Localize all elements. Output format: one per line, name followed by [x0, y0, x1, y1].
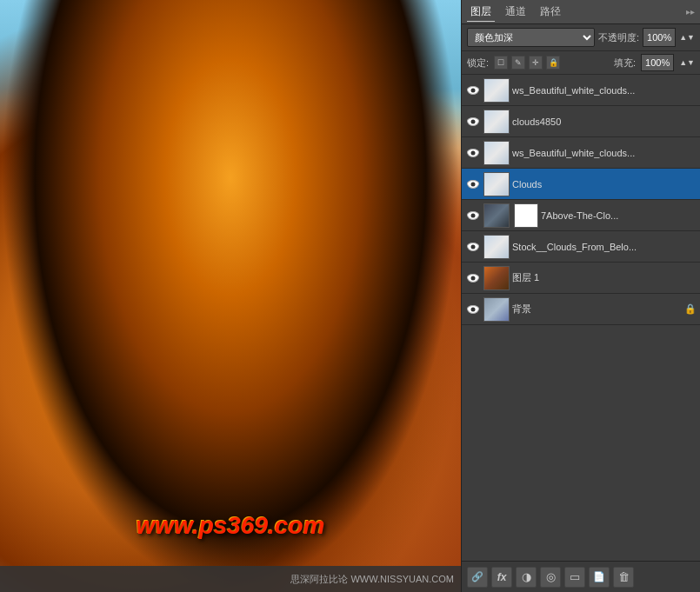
eye-icon — [467, 243, 479, 251]
eye-icon — [467, 211, 479, 220]
layer-item[interactable]: 图层 1 — [462, 263, 700, 294]
layer-item[interactable]: 7Above-The-Clo... — [462, 200, 700, 231]
canvas-area: www.ps369.com 思深阿拉比论 WWW.NISSYUAN.COM — [0, 0, 461, 592]
watermark: www.ps369.com — [137, 512, 325, 540]
lock-move-icon[interactable]: ✛ — [529, 56, 543, 70]
tab-layers[interactable]: 图层 — [467, 3, 495, 22]
layer-item[interactable]: Clouds — [462, 169, 700, 200]
delete-layer-button[interactable]: 🗑 — [613, 567, 634, 588]
layer-name: 7Above-The-Clo... — [541, 210, 697, 221]
fill-label: 填充: — [614, 57, 636, 70]
layer-item[interactable]: 背景 🔒 — [462, 294, 700, 325]
layer-lock-icon: 🔒 — [684, 303, 697, 315]
layer-thumbnail — [483, 172, 510, 196]
layer-visibility-toggle[interactable] — [465, 114, 481, 130]
layer-name: ws_Beautiful_white_clouds... — [512, 85, 697, 96]
layer-thumbnail — [483, 203, 510, 228]
layer-visibility-toggle[interactable] — [465, 302, 481, 317]
layer-thumbnail — [483, 297, 510, 322]
lock-transparent-icon[interactable]: ☐ — [494, 56, 508, 70]
collapse-button[interactable]: ▸▸ — [686, 7, 695, 17]
panel-tabs: 图层 通道 路径 — [467, 3, 686, 22]
layer-visibility-toggle[interactable] — [465, 83, 481, 98]
eye-icon — [467, 274, 479, 283]
lock-paint-icon[interactable]: ✎ — [511, 56, 525, 70]
add-layer-style-button[interactable]: fx — [491, 567, 512, 588]
layer-thumbnail — [483, 78, 510, 103]
opacity-input[interactable] — [643, 28, 676, 47]
eye-icon — [467, 180, 479, 189]
lock-label: 锁定: — [467, 57, 489, 70]
layer-thumbnail — [483, 141, 510, 165]
layer-visibility-toggle[interactable] — [465, 145, 481, 161]
layer-visibility-toggle[interactable] — [465, 176, 481, 192]
eye-icon — [467, 149, 479, 157]
layers-panel: 图层 通道 路径 ▸▸ 颜色加深 不透明度: ▲▼ 锁定: ☐ ✎ ✛ 🔒 填 — [461, 0, 700, 592]
fill-input[interactable] — [641, 54, 674, 71]
opacity-label: 不透明度: — [598, 31, 639, 44]
layer-visibility-toggle[interactable] — [465, 208, 481, 223]
new-layer-button[interactable]: 📄 — [589, 567, 610, 588]
fill-arrow-icon[interactable]: ▲▼ — [679, 58, 695, 67]
layer-name: Clouds — [512, 179, 697, 190]
app-window: www.ps369.com 思深阿拉比论 WWW.NISSYUAN.COM 图层… — [0, 0, 700, 592]
lock-icons: ☐ ✎ ✛ 🔒 — [494, 56, 560, 70]
lock-row: 锁定: ☐ ✎ ✛ 🔒 填充: ▲▼ — [462, 51, 700, 75]
layer-item[interactable]: Stock__Clouds_From_Belo... — [462, 231, 700, 263]
link-layers-button[interactable]: 🔗 — [467, 567, 488, 588]
blend-mode-row: 颜色加深 不透明度: ▲▼ — [462, 24, 700, 51]
panel-footer: 🔗 fx ◑ ◎ ▭ 📄 🗑 — [462, 561, 700, 592]
bottom-bar: 思深阿拉比论 WWW.NISSYUAN.COM — [0, 566, 461, 592]
layer-name: 图层 1 — [512, 271, 697, 284]
eye-icon — [467, 117, 479, 126]
layer-name: 背景 — [512, 303, 682, 316]
layer-name: clouds4850 — [512, 116, 697, 127]
layer-thumbnail — [483, 266, 510, 290]
layer-thumbnail — [483, 110, 510, 134]
add-mask-button[interactable]: ◑ — [516, 567, 537, 588]
eye-icon — [467, 305, 479, 314]
canvas-image — [0, 0, 461, 592]
new-group-button[interactable]: ▭ — [564, 567, 585, 588]
new-fill-adjustment-button[interactable]: ◎ — [540, 567, 561, 588]
layer-thumbnail — [483, 235, 510, 259]
layers-list: ws_Beautiful_white_clouds... clouds4850 … — [462, 75, 700, 561]
layer-item[interactable]: clouds4850 — [462, 106, 700, 137]
layer-name: ws_Beautiful_white_clouds... — [512, 148, 697, 158]
lock-all-icon[interactable]: 🔒 — [546, 56, 560, 70]
layer-mask-thumbnail — [514, 203, 538, 228]
layer-item[interactable]: ws_Beautiful_white_clouds... — [462, 75, 700, 106]
forum-text: 思深阿拉比论 WWW.NISSYUAN.COM — [290, 573, 454, 586]
layer-item[interactable]: ws_Beautiful_white_clouds... — [462, 137, 700, 169]
tab-channels[interactable]: 通道 — [502, 3, 530, 22]
tab-paths[interactable]: 路径 — [537, 3, 564, 22]
panel-header: 图层 通道 路径 ▸▸ — [462, 0, 700, 24]
eye-icon — [467, 86, 479, 95]
layer-visibility-toggle[interactable] — [465, 270, 481, 286]
layer-name: Stock__Clouds_From_Belo... — [512, 242, 697, 252]
layer-visibility-toggle[interactable] — [465, 239, 481, 255]
opacity-arrow-icon[interactable]: ▲▼ — [679, 33, 695, 42]
blend-mode-select[interactable]: 颜色加深 — [467, 28, 595, 47]
